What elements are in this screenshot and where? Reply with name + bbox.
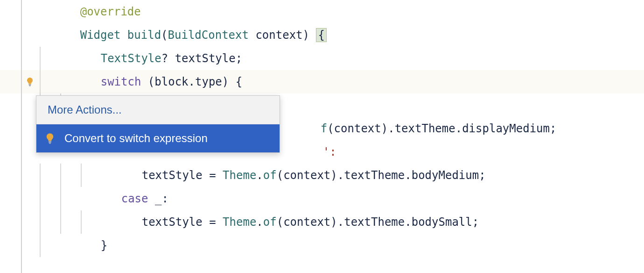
svg-rect-3 <box>49 141 51 142</box>
dot: . <box>405 169 411 182</box>
dot: . <box>337 169 344 182</box>
indent-guide <box>40 47 41 70</box>
prop: bodyMedium <box>412 169 479 182</box>
type-theme: Theme <box>223 169 256 182</box>
space <box>249 29 255 42</box>
svg-rect-2 <box>29 86 30 86</box>
method-of: of <box>263 216 277 229</box>
indent-guide <box>60 187 61 210</box>
close: ) { <box>222 75 242 88</box>
theme-chain: (context).textTheme.displayMedium; <box>327 122 556 135</box>
svg-rect-5 <box>49 143 51 144</box>
assign: textStyle = <box>142 216 223 229</box>
intention-actions-popup: More Actions... Convert to switch expres… <box>36 95 280 153</box>
method-of: of <box>263 169 277 182</box>
dot: . <box>337 216 344 229</box>
switch-expr: (block <box>141 75 188 88</box>
lightbulb-icon[interactable] <box>26 77 34 86</box>
editor-left-guide <box>21 0 22 273</box>
popup-header-more-actions[interactable]: More Actions... <box>36 96 280 124</box>
args: (context) <box>277 216 337 229</box>
dot: . <box>256 169 263 182</box>
keyword-switch: switch <box>101 75 141 88</box>
brace-close: } <box>101 239 107 252</box>
semi: ; <box>472 216 479 229</box>
indent-guide <box>40 187 41 210</box>
svg-rect-4 <box>49 142 51 143</box>
svg-rect-0 <box>29 84 31 85</box>
args: (context) <box>277 169 337 182</box>
svg-rect-1 <box>29 85 31 86</box>
indent-guide <box>40 210 41 234</box>
dot: . <box>405 216 411 229</box>
param-context: context <box>255 29 302 42</box>
indent-guide <box>60 164 61 187</box>
dot: . <box>189 75 195 88</box>
popup-action-convert-switch[interactable]: Convert to switch expression <box>36 124 280 152</box>
prop-type: type <box>195 75 222 88</box>
indent-guide <box>40 164 41 187</box>
lightbulb-icon <box>45 133 55 144</box>
code-editor: @override Widget build(BuildContext cont… <box>0 0 644 273</box>
code-line-highlighted[interactable]: switch (block.type) { <box>0 70 644 93</box>
prop: bodySmall <box>412 216 472 229</box>
type-theme: Theme <box>223 216 256 229</box>
semi: ; <box>479 169 485 182</box>
brace-open: { <box>316 28 326 42</box>
prop: textTheme <box>344 169 405 182</box>
paren-close: ) <box>303 29 316 42</box>
indent-guide <box>40 70 41 93</box>
popup-action-label: Convert to switch expression <box>64 132 208 145</box>
indent-guide <box>40 234 41 257</box>
dot: . <box>256 216 263 229</box>
prop: textTheme <box>344 216 405 229</box>
gutter[interactable] <box>0 77 40 86</box>
